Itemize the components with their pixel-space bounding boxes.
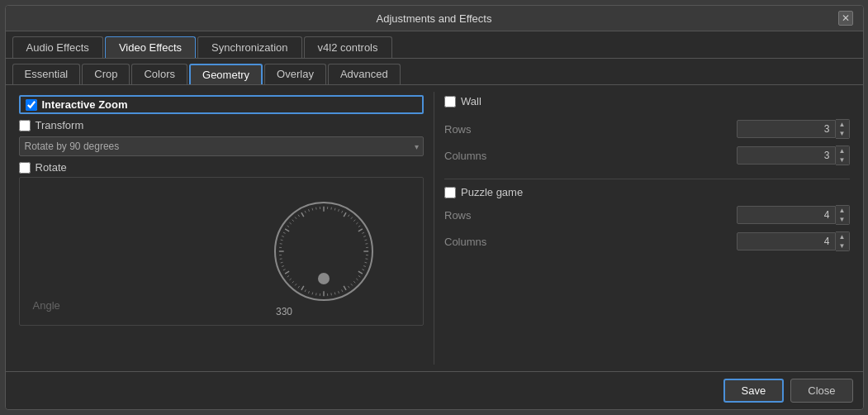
wall-columns-down-btn[interactable]: ▼ — [836, 155, 849, 165]
svg-line-22 — [363, 266, 366, 267]
wall-columns-spinner-btns: ▲ ▼ — [836, 145, 850, 165]
right-panel: Wall Rows ▲ ▼ Columns — [438, 92, 856, 365]
svg-line-27 — [353, 281, 355, 283]
rotation-knob[interactable]: 330 — [274, 202, 373, 301]
tab-geometry[interactable]: Geometry — [189, 64, 263, 84]
puzzle-rows-row: Rows ▲ ▼ — [444, 205, 850, 225]
left-panel: Interactive Zoom Transform Rotate by 90 … — [12, 92, 431, 365]
svg-line-62 — [290, 222, 292, 224]
wall-rows-spinner-btns: ▲ ▼ — [836, 119, 850, 139]
rotate-section: Rotate Angle 330 — [19, 161, 425, 326]
knob-value: 330 — [276, 306, 292, 317]
puzzle-label: Puzzle game — [461, 186, 523, 198]
svg-line-50 — [282, 266, 284, 267]
bottom-bar: Save Close — [6, 371, 863, 409]
svg-line-63 — [292, 220, 294, 222]
svg-line-58 — [282, 236, 284, 236]
wall-rows-down-btn[interactable]: ▼ — [836, 129, 849, 138]
wall-rows-up-btn[interactable]: ▲ — [836, 120, 849, 129]
knob-indicator-dot — [318, 273, 330, 284]
svg-line-3 — [334, 208, 335, 211]
svg-line-69 — [312, 208, 313, 211]
interactive-zoom-row: Interactive Zoom — [19, 95, 425, 114]
svg-line-34 — [331, 293, 332, 295]
transform-row: Transform — [19, 119, 425, 131]
tab-advanced[interactable]: Advanced — [328, 64, 401, 84]
wall-rows-row: Rows ▲ ▼ — [444, 119, 850, 139]
tab-video-effects[interactable]: Video Effects — [105, 36, 196, 58]
tab-v4l2-controls[interactable]: v4l2 controls — [304, 36, 392, 58]
svg-line-8 — [351, 217, 353, 219]
puzzle-columns-row: Columns ▲ ▼ — [444, 231, 850, 251]
puzzle-rows-down-btn[interactable]: ▼ — [836, 215, 849, 224]
puzzle-columns-input[interactable] — [737, 232, 836, 250]
rotate-checkbox[interactable] — [19, 162, 31, 174]
svg-line-39 — [312, 292, 313, 294]
save-button[interactable]: Save — [723, 379, 785, 403]
svg-line-32 — [339, 291, 339, 293]
wall-columns-spinner: ▲ ▼ — [737, 145, 850, 165]
svg-line-31 — [342, 289, 343, 292]
svg-line-25 — [358, 275, 360, 277]
svg-line-41 — [305, 289, 306, 292]
svg-line-57 — [281, 240, 283, 241]
main-content: Interactive Zoom Transform Rotate by 90 … — [6, 85, 863, 371]
title-bar: Adjustments and Effects ✕ — [6, 6, 863, 31]
svg-line-70 — [316, 208, 317, 210]
svg-line-46 — [290, 279, 292, 280]
dialog-title: Adjustments and Effects — [31, 12, 838, 25]
svg-line-13 — [362, 232, 364, 233]
svg-line-21 — [364, 262, 367, 263]
separator — [444, 179, 850, 179]
wall-checkbox[interactable] — [444, 96, 456, 107]
transform-checkbox[interactable] — [19, 120, 31, 131]
wall-columns-up-btn[interactable]: ▲ — [836, 146, 849, 155]
interactive-zoom-checkbox[interactable] — [26, 99, 37, 111]
svg-line-10 — [356, 222, 358, 224]
svg-line-52 — [280, 259, 282, 260]
knob-ticks-svg — [276, 203, 372, 299]
svg-line-28 — [351, 284, 353, 285]
wall-columns-input[interactable] — [737, 146, 836, 165]
rotate-inner: Angle 330 — [19, 177, 425, 326]
knob-container: 330 — [274, 202, 373, 301]
tab-colors[interactable]: Colors — [131, 64, 187, 84]
interactive-zoom-label: Interactive Zoom — [42, 98, 128, 111]
wall-label: Wall — [461, 95, 481, 107]
puzzle-rows-input[interactable] — [737, 206, 836, 224]
tab-audio-effects[interactable]: Audio Effects — [12, 36, 103, 58]
wall-rows-input[interactable] — [737, 120, 836, 138]
puzzle-checkbox[interactable] — [444, 187, 456, 198]
puzzle-rows-spinner-btns: ▲ ▼ — [836, 205, 850, 225]
puzzle-rows-up-btn[interactable]: ▲ — [836, 206, 849, 215]
transform-dropdown[interactable]: Rotate by 90 degrees — [19, 136, 425, 156]
svg-line-40 — [308, 291, 309, 293]
sub-tab-bar: Essential Crop Colors Geometry Overlay A… — [6, 59, 863, 85]
svg-line-59 — [283, 232, 286, 233]
puzzle-columns-spinner: ▲ ▼ — [737, 231, 850, 251]
svg-line-45 — [292, 281, 294, 283]
tab-essential[interactable]: Essential — [12, 64, 81, 84]
puzzle-rows-label: Rows — [444, 209, 494, 222]
tab-overlay[interactable]: Overlay — [264, 64, 326, 84]
svg-line-6 — [344, 212, 346, 217]
svg-line-9 — [353, 220, 355, 222]
window-close-button[interactable]: ✕ — [838, 11, 853, 26]
wall-columns-label: Columns — [444, 150, 494, 162]
svg-line-67 — [305, 211, 306, 213]
svg-line-11 — [358, 226, 360, 227]
puzzle-columns-down-btn[interactable]: ▼ — [836, 241, 849, 250]
tab-synchronization[interactable]: Synchronization — [197, 36, 302, 58]
rotate-row: Rotate — [19, 161, 425, 174]
puzzle-rows-spinner: ▲ ▼ — [737, 205, 850, 225]
close-button[interactable]: Close — [790, 379, 852, 403]
tab-crop[interactable]: Crop — [82, 64, 130, 84]
wall-row: Wall — [444, 95, 850, 107]
puzzle-columns-up-btn[interactable]: ▲ — [836, 232, 849, 241]
vertical-divider — [434, 92, 434, 365]
svg-line-66 — [301, 212, 304, 217]
svg-line-33 — [334, 292, 335, 294]
svg-line-60 — [285, 229, 289, 231]
angle-label: Angle — [33, 299, 60, 312]
dialog: Adjustments and Effects ✕ Audio Effects … — [5, 5, 864, 410]
